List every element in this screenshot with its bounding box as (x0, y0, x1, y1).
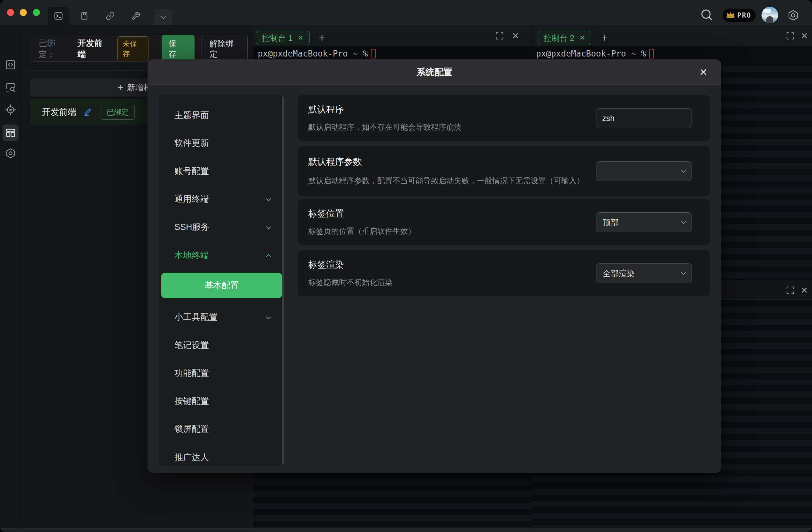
tab-terminal[interactable] (48, 7, 69, 25)
terminal2-tabbar: 控制台 2 ✕ + ✕ (532, 25, 812, 46)
hex-settings-icon[interactable] (0, 144, 21, 162)
unbind-button[interactable]: 解除绑定 (202, 35, 248, 63)
chevron-up-icon (266, 254, 271, 259)
notes-icon[interactable] (76, 7, 93, 25)
link-icon[interactable] (102, 7, 118, 25)
terminal1-tab[interactable]: 控制台 1 ✕ (256, 31, 309, 45)
setting-title: 标签位置 (308, 208, 344, 220)
wrench-icon[interactable] (128, 7, 144, 25)
search-icon[interactable] (699, 8, 714, 22)
terminal-cursor (649, 49, 654, 58)
terminal-cursor (371, 49, 376, 58)
sidebar-item-ssh[interactable]: SSH服务 (159, 218, 284, 237)
sidebar-item-basic-config[interactable]: 基本配置 (161, 273, 282, 298)
setting-title: 默认程序 (308, 103, 344, 116)
chevron-down-icon (160, 13, 166, 19)
terminal2-prompt: px@pxdeMacBook-Pro ~ % (536, 49, 654, 58)
close-pane-icon[interactable]: ✕ (798, 29, 811, 42)
chevron-down-icon (681, 270, 686, 275)
bound-value: 开发前端 (78, 38, 109, 60)
sidebar-item-notes[interactable]: 笔记设置 (159, 336, 284, 355)
pro-badge[interactable]: PRO (723, 9, 756, 22)
modal-sidebar: 主题界面 软件更新 账号配置 通用终端 SSH服务 本地终端 基本配置 小工具配… (159, 95, 284, 466)
code-panel-icon[interactable] (0, 56, 21, 74)
chevron-down-icon (266, 314, 271, 320)
new-tab-button[interactable]: + (315, 31, 329, 45)
module-name: 开发前端 (42, 106, 76, 118)
tab-close-icon[interactable]: ✕ (579, 34, 585, 42)
layout-panel-icon[interactable] (0, 124, 21, 142)
avatar[interactable] (762, 7, 778, 23)
pro-label: PRO (737, 12, 751, 19)
setting-title: 标签渲染 (308, 258, 344, 271)
sidebar-item-general-terminal[interactable]: 通用终端 (159, 189, 284, 208)
setting-desc: 标签页的位置（重启软件生效） (308, 226, 416, 236)
sidebar-item-local-terminal[interactable]: 本地终端 (159, 246, 284, 265)
sidebar-item-promoter[interactable]: 推广达人 (159, 448, 284, 466)
titlebar: PRO (0, 0, 812, 25)
new-tab-button[interactable]: + (598, 31, 612, 45)
app-window: PRO 已绑定： 开发前端 未保存 (0, 0, 812, 532)
terminal1-prompt: px@pxdeMacBook-Pro ~ % (258, 49, 376, 58)
chevron-down-icon (681, 219, 686, 224)
bound-label: 已绑定： (39, 38, 70, 60)
chevron-down-icon (681, 168, 686, 173)
setting-card-tab-render: 标签渲染 标签隐藏时不初始化渲染 全部渲染 (298, 250, 710, 296)
modal-header: 系统配置 (148, 59, 721, 85)
sidebar-item-theme[interactable]: 主题界面 (159, 106, 284, 125)
setting-card-program-args: 默认程序参数 默认启动程序参数，配置不当可能导致启动失败，一般情况下无需设置（可… (298, 146, 710, 196)
terminal-icon (54, 11, 63, 21)
system-config-modal: 系统配置 ✕ 主题界面 软件更新 账号配置 通用终端 SSH服务 本地终端 基本… (148, 59, 721, 473)
sidebar-item-widgets[interactable]: 小工具配置 (159, 308, 284, 327)
crown-icon (726, 11, 735, 20)
setting-desc: 标签隐藏时不初始化渲染 (308, 277, 393, 287)
setting-card-default-program: 默认程序 默认启动程序，如不存在可能会导致程序崩溃 (298, 95, 710, 141)
close-pane-icon[interactable]: ✕ (798, 284, 811, 297)
sidebar-item-lockscreen[interactable]: 锁屏配置 (159, 419, 284, 439)
maximize-pane-icon[interactable] (493, 29, 506, 42)
maximize-pane-icon[interactable] (784, 284, 797, 297)
tab-close-icon[interactable]: ✕ (298, 34, 303, 42)
sidebar-scrollbar[interactable] (282, 97, 284, 464)
setting-desc: 默认启动程序参数，配置不当可能导致启动失败，一般情况下无需设置（可输入） (308, 176, 584, 186)
tab-label: 控制台 1 (262, 33, 293, 43)
sidebar-item-features[interactable]: 功能配置 (159, 364, 284, 383)
terminal1-tabbar: 控制台 1 ✕ + ✕ (253, 25, 531, 46)
tab-render-select[interactable]: 全部渲染 (596, 264, 692, 283)
setting-title: 默认程序参数 (308, 156, 362, 168)
tab-position-select[interactable]: 顶部 (596, 212, 692, 232)
macos-minimize-button[interactable] (20, 9, 27, 16)
default-program-input[interactable] (596, 108, 692, 128)
modal-title: 系统配置 (148, 59, 721, 85)
terminal2-tab[interactable]: 控制台 2 ✕ (538, 31, 591, 45)
modal-close-button[interactable]: ✕ (696, 65, 710, 79)
sidebar-item-update[interactable]: 软件更新 (159, 133, 284, 153)
setting-card-tab-position: 标签位置 标签页的位置（重启软件生效） 顶部 (298, 199, 710, 245)
sidebar-item-keybindings[interactable]: 按键配置 (159, 391, 284, 411)
macos-zoom-button[interactable] (33, 9, 40, 16)
screen-search-icon[interactable] (0, 78, 21, 97)
toolbar-expand-button[interactable] (154, 9, 172, 25)
save-button[interactable]: 保 存 (162, 35, 194, 63)
chevron-down-icon (266, 196, 271, 202)
close-pane-icon[interactable]: ✕ (509, 29, 522, 42)
avatar-image (763, 9, 771, 13)
sidebar-item-account[interactable]: 账号配置 (159, 162, 284, 181)
program-args-select[interactable] (596, 161, 692, 181)
unsaved-badge: 未保存 (117, 36, 149, 61)
macos-close-button[interactable] (7, 9, 14, 16)
plus-icon: + (118, 83, 123, 92)
crosshair-icon[interactable] (0, 101, 21, 119)
activity-bar (0, 25, 21, 529)
settings-gear-icon[interactable] (787, 9, 799, 21)
maximize-pane-icon[interactable] (784, 29, 797, 42)
tab-label: 控制台 2 (544, 33, 574, 43)
edit-pencil-icon[interactable] (83, 108, 92, 117)
window-bottom-strip (0, 528, 812, 532)
binding-bar: 已绑定： 开发前端 未保存 保 存 解除绑定 (30, 36, 248, 62)
setting-desc: 默认启动程序，如不存在可能会导致程序崩溃 (308, 122, 462, 132)
bound-badge: 已绑定 (101, 105, 135, 120)
chevron-down-icon (266, 224, 271, 230)
